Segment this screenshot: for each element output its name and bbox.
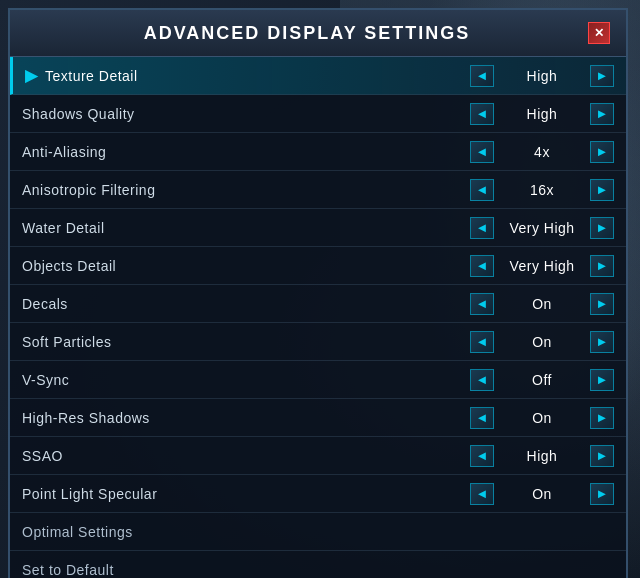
setting-value-point-light-specular: On <box>502 486 582 502</box>
arrow-right-icon <box>596 182 609 197</box>
arrow-right-shadows-quality[interactable] <box>590 103 614 125</box>
setting-row-high-res-shadows[interactable]: High-Res ShadowsOn <box>10 399 626 437</box>
setting-row-point-light-specular[interactable]: Point Light SpecularOn <box>10 475 626 513</box>
arrow-right-icon <box>596 334 609 349</box>
arrow-left-soft-particles[interactable] <box>470 331 494 353</box>
arrow-left-icon <box>476 334 489 349</box>
setting-value-water-detail: Very High <box>502 220 582 236</box>
setting-label-optimal-settings: Optimal Settings <box>22 524 614 540</box>
setting-value-v-sync: Off <box>502 372 582 388</box>
setting-value-texture-detail: High <box>502 68 582 84</box>
setting-value-ssao: High <box>502 448 582 464</box>
setting-row-anti-aliasing[interactable]: Anti-Aliasing4x <box>10 133 626 171</box>
setting-row-v-sync[interactable]: V-SyncOff <box>10 361 626 399</box>
arrow-left-decals[interactable] <box>470 293 494 315</box>
setting-label-high-res-shadows: High-Res Shadows <box>22 410 470 426</box>
arrow-right-icon <box>596 106 609 121</box>
arrow-right-objects-detail[interactable] <box>590 255 614 277</box>
setting-label-texture-detail: Texture Detail <box>45 68 470 84</box>
arrow-left-icon <box>476 220 489 235</box>
arrow-left-icon <box>476 448 489 463</box>
setting-label-anti-aliasing: Anti-Aliasing <box>22 144 470 160</box>
arrow-left-icon <box>476 372 489 387</box>
settings-list: ▶Texture DetailHighShadows QualityHighAn… <box>10 57 626 578</box>
setting-row-anisotropic-filtering[interactable]: Anisotropic Filtering16x <box>10 171 626 209</box>
setting-label-decals: Decals <box>22 296 470 312</box>
title-bar: ADVANCED DISPLAY SETTINGS ✕ <box>10 10 626 57</box>
setting-value-shadows-quality: High <box>502 106 582 122</box>
setting-row-texture-detail[interactable]: ▶Texture DetailHigh <box>10 57 626 95</box>
arrow-left-icon <box>476 68 489 83</box>
arrow-right-ssao[interactable] <box>590 445 614 467</box>
arrow-right-icon <box>596 144 609 159</box>
setting-value-decals: On <box>502 296 582 312</box>
settings-dialog: ADVANCED DISPLAY SETTINGS ✕ ▶Texture Det… <box>8 8 628 578</box>
arrow-right-decals[interactable] <box>590 293 614 315</box>
arrow-left-icon <box>476 486 489 501</box>
arrow-left-objects-detail[interactable] <box>470 255 494 277</box>
setting-label-point-light-specular: Point Light Specular <box>22 486 470 502</box>
arrow-left-v-sync[interactable] <box>470 369 494 391</box>
setting-row-water-detail[interactable]: Water DetailVery High <box>10 209 626 247</box>
arrow-left-high-res-shadows[interactable] <box>470 407 494 429</box>
arrow-right-icon <box>596 220 609 235</box>
arrow-left-icon <box>476 296 489 311</box>
setting-value-anti-aliasing: 4x <box>502 144 582 160</box>
setting-value-anisotropic-filtering: 16x <box>502 182 582 198</box>
arrow-right-icon <box>596 448 609 463</box>
arrow-left-icon <box>476 144 489 159</box>
arrow-left-anti-aliasing[interactable] <box>470 141 494 163</box>
setting-value-objects-detail: Very High <box>502 258 582 274</box>
arrow-left-texture-detail[interactable] <box>470 65 494 87</box>
setting-label-shadows-quality: Shadows Quality <box>22 106 470 122</box>
setting-row-decals[interactable]: DecalsOn <box>10 285 626 323</box>
setting-value-high-res-shadows: On <box>502 410 582 426</box>
arrow-left-shadows-quality[interactable] <box>470 103 494 125</box>
arrow-right-anti-aliasing[interactable] <box>590 141 614 163</box>
arrow-right-v-sync[interactable] <box>590 369 614 391</box>
setting-label-soft-particles: Soft Particles <box>22 334 470 350</box>
setting-label-water-detail: Water Detail <box>22 220 470 236</box>
dialog-title: ADVANCED DISPLAY SETTINGS <box>26 23 588 44</box>
close-button[interactable]: ✕ <box>588 22 610 44</box>
arrow-right-high-res-shadows[interactable] <box>590 407 614 429</box>
setting-row-optimal-settings[interactable]: Optimal Settings <box>10 513 626 551</box>
setting-row-ssao[interactable]: SSAOHigh <box>10 437 626 475</box>
setting-row-shadows-quality[interactable]: Shadows QualityHigh <box>10 95 626 133</box>
arrow-right-anisotropic-filtering[interactable] <box>590 179 614 201</box>
setting-label-ssao: SSAO <box>22 448 470 464</box>
arrow-left-water-detail[interactable] <box>470 217 494 239</box>
arrow-right-texture-detail[interactable] <box>590 65 614 87</box>
arrow-right-water-detail[interactable] <box>590 217 614 239</box>
arrow-right-icon <box>596 68 609 83</box>
setting-value-soft-particles: On <box>502 334 582 350</box>
arrow-left-ssao[interactable] <box>470 445 494 467</box>
active-indicator: ▶ <box>25 66 37 85</box>
arrow-left-point-light-specular[interactable] <box>470 483 494 505</box>
arrow-left-icon <box>476 410 489 425</box>
setting-label-anisotropic-filtering: Anisotropic Filtering <box>22 182 470 198</box>
setting-label-v-sync: V-Sync <box>22 372 470 388</box>
setting-row-objects-detail[interactable]: Objects DetailVery High <box>10 247 626 285</box>
arrow-right-icon <box>596 258 609 273</box>
arrow-left-icon <box>476 182 489 197</box>
setting-row-soft-particles[interactable]: Soft ParticlesOn <box>10 323 626 361</box>
arrow-right-icon <box>596 296 609 311</box>
arrow-left-icon <box>476 106 489 121</box>
arrow-right-icon <box>596 410 609 425</box>
setting-label-objects-detail: Objects Detail <box>22 258 470 274</box>
arrow-right-point-light-specular[interactable] <box>590 483 614 505</box>
arrow-left-icon <box>476 258 489 273</box>
arrow-left-anisotropic-filtering[interactable] <box>470 179 494 201</box>
arrow-right-soft-particles[interactable] <box>590 331 614 353</box>
setting-label-set-to-default: Set to Default <box>22 562 614 578</box>
setting-row-set-to-default[interactable]: Set to Default <box>10 551 626 578</box>
arrow-right-icon <box>596 486 609 501</box>
arrow-right-icon <box>596 372 609 387</box>
